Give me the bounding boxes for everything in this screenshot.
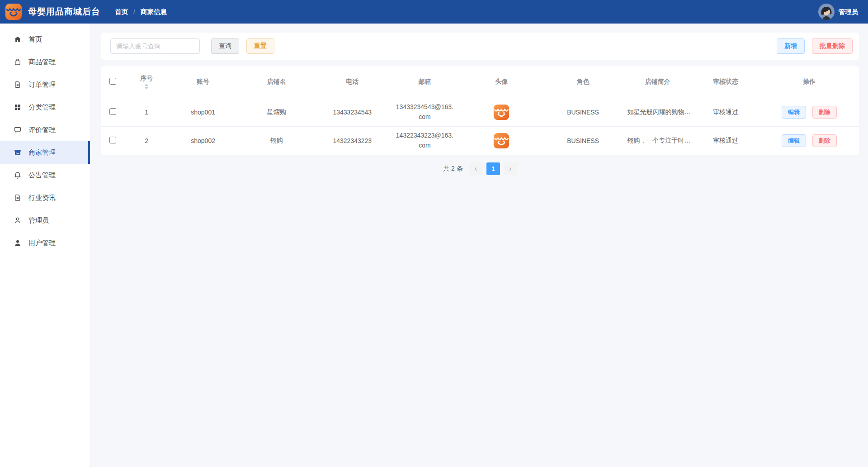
delete-button[interactable]: 删除 (812, 134, 837, 147)
email-cell: 13433234543@163.com (388, 98, 461, 126)
breadcrumb-current[interactable]: 商家信息 (141, 8, 167, 16)
sidebar-item-label: 商家管理 (28, 148, 56, 157)
audit-status-cell: 审核通过 (692, 126, 760, 155)
prev-page-icon[interactable]: ‹ (469, 162, 483, 175)
col-email: 邮箱 (388, 66, 461, 98)
actions-cell: 编辑 删除 (760, 126, 859, 155)
phone-cell: 13433234543 (316, 98, 388, 126)
intro-cell: 如星光般闪耀的购物… (624, 98, 692, 126)
shopping-bag-icon (14, 58, 22, 66)
sidebar-item-products[interactable]: 商品管理 (0, 51, 90, 73)
reset-button[interactable]: 重置 (246, 38, 274, 54)
user-avatar (818, 4, 835, 20)
chat-bubble-icon (14, 126, 22, 134)
account-cell: shop001 (169, 98, 237, 126)
toolbar-card: 查询 重置 新增 批量删除 (101, 33, 859, 60)
col-phone: 电话 (316, 66, 388, 98)
merchant-table: 序号 账号 店铺名 电话 邮箱 头像 角色 店铺简介 审核状态 操作 (101, 66, 859, 155)
sidebar-item-announcements[interactable]: 公告管理 (0, 164, 90, 186)
sidebar-item-categories[interactable]: 分类管理 (0, 96, 90, 119)
batch-delete-button[interactable]: 批量删除 (812, 38, 853, 54)
actions-cell: 编辑 删除 (760, 98, 859, 126)
news-icon (14, 194, 22, 202)
intro-cell: 翎购，一个专注于时… (624, 126, 692, 155)
table-row: 1 shop001 星熠购 13433234543 13433234543@16… (101, 98, 859, 126)
email-cell: 14322343223@163.com (388, 126, 461, 155)
account-search-input[interactable] (110, 38, 200, 54)
person-filled-icon (14, 239, 22, 247)
sidebar-item-merchants[interactable]: 商家管理 (0, 141, 90, 164)
col-audit-status: 审核状态 (692, 66, 760, 98)
table-header-row: 序号 账号 店铺名 电话 邮箱 头像 角色 店铺简介 审核状态 操作 (101, 66, 859, 98)
col-index: 序号 (124, 66, 169, 98)
shop-name-cell: 翎购 (237, 126, 316, 155)
add-button[interactable]: 新增 (777, 38, 805, 54)
sidebar-item-industry-news[interactable]: 行业资讯 (0, 186, 90, 209)
sidebar-item-reviews[interactable]: 评价管理 (0, 119, 90, 141)
col-index-label: 序号 (140, 75, 153, 83)
row-select-cell (101, 98, 124, 126)
account-cell: shop002 (169, 126, 237, 155)
edit-button[interactable]: 编辑 (782, 106, 806, 119)
sidebar-item-label: 行业资讯 (28, 194, 56, 202)
breadcrumb: 首页 / 商家信息 (115, 8, 167, 16)
user-menu[interactable]: 管理员 (818, 4, 859, 20)
home-icon (14, 35, 22, 43)
document-icon (14, 81, 22, 89)
avatar-cell (461, 98, 542, 126)
next-page-icon[interactable]: › (504, 162, 517, 175)
sidebar-item-label: 分类管理 (28, 103, 56, 112)
sidebar-item-users[interactable]: 用户管理 (0, 232, 90, 254)
bell-icon (14, 171, 22, 179)
breadcrumb-separator: / (133, 8, 135, 15)
shop-name-cell: 星熠购 (237, 98, 316, 126)
sidebar-item-home[interactable]: 首页 (0, 28, 90, 51)
avatar-cell (461, 126, 542, 155)
audit-status-cell: 审核通过 (692, 98, 760, 126)
user-label: 管理员 (839, 8, 859, 16)
edit-button[interactable]: 编辑 (782, 134, 806, 147)
index-cell: 2 (124, 126, 169, 155)
query-button[interactable]: 查询 (211, 38, 239, 54)
sidebar-item-label: 订单管理 (28, 81, 56, 89)
col-actions: 操作 (760, 66, 859, 98)
merchant-table-card: 序号 账号 店铺名 电话 邮箱 头像 角色 店铺简介 审核状态 操作 (101, 66, 859, 155)
sidebar-item-orders[interactable]: 订单管理 (0, 73, 90, 96)
app-logo-icon (5, 3, 23, 21)
sidebar-item-label: 管理员 (28, 216, 49, 225)
shop-logo-icon (493, 132, 510, 149)
grid-icon (14, 103, 22, 111)
select-all-cell (101, 66, 124, 98)
main-content: 查询 重置 新增 批量删除 序号 (90, 24, 868, 467)
row-select-cell (101, 126, 124, 155)
phone-cell: 14322343223 (316, 126, 388, 155)
role-cell: BUSINESS (542, 126, 624, 155)
role-cell: BUSINESS (542, 98, 624, 126)
col-shop-name: 店铺名 (237, 66, 316, 98)
sidebar-item-label: 首页 (28, 35, 42, 44)
row-checkbox[interactable] (109, 137, 116, 143)
page-number-button[interactable]: 1 (486, 162, 500, 175)
delete-button[interactable]: 删除 (812, 106, 837, 119)
sidebar-item-label: 公告管理 (28, 171, 56, 180)
sidebar-item-label: 商品管理 (28, 58, 56, 67)
pagination: 共 2 条 ‹ 1 › (101, 162, 859, 175)
col-avatar: 头像 (461, 66, 542, 98)
row-checkbox[interactable] (109, 108, 116, 115)
sort-caret-icon[interactable] (145, 84, 148, 89)
col-role: 角色 (542, 66, 624, 98)
storefront-icon (14, 148, 22, 157)
table-row: 2 shop002 翎购 14322343223 14322343223@163… (101, 126, 859, 155)
breadcrumb-home[interactable]: 首页 (115, 8, 128, 16)
sidebar-item-label: 用户管理 (28, 239, 56, 248)
sidebar-item-label: 评价管理 (28, 126, 56, 134)
sidebar-item-admins[interactable]: 管理员 (0, 209, 90, 232)
col-account: 账号 (169, 66, 237, 98)
person-outline-icon (14, 216, 22, 224)
app-title: 母婴用品商城后台 (28, 6, 100, 18)
select-all-checkbox[interactable] (109, 78, 116, 85)
col-intro: 店铺简介 (624, 66, 692, 98)
sidebar: 首页 商品管理 订单管理 分类管理 评价管理 商家管理 公告管理 行业资讯 (0, 24, 90, 467)
pagination-total: 共 2 条 (443, 165, 463, 173)
shop-logo-icon (493, 104, 510, 121)
